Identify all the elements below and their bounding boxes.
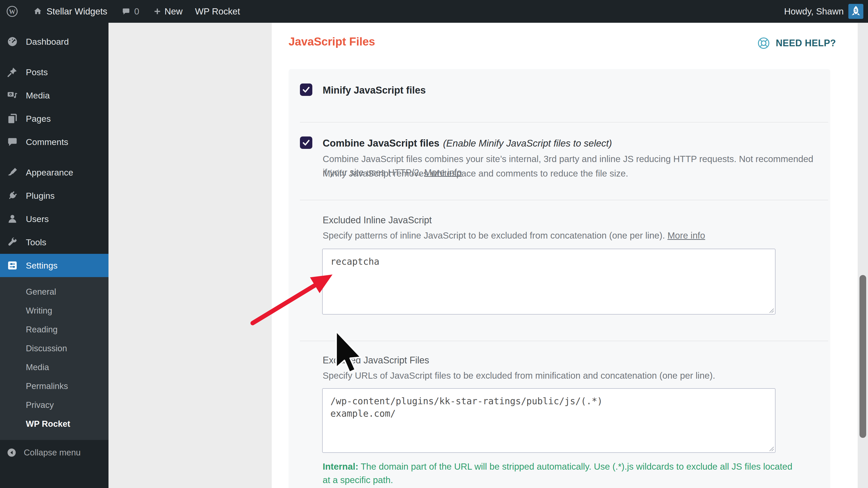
submenu-item-discussion[interactable]: Discussion [0, 339, 108, 358]
submenu-item-media[interactable]: Media [0, 358, 108, 377]
submenu-item-permalinks[interactable]: Permalinks [0, 377, 108, 396]
sidebar-item-users[interactable]: Users [0, 207, 108, 231]
checkmark-icon [302, 85, 311, 94]
excluded-inline-js-label: Excluded Inline JavaScript [323, 215, 432, 226]
excluded-inline-js-field-wrap: recaptcha [322, 249, 776, 315]
svg-text:S: S [855, 8, 858, 13]
inline-more-info-link[interactable]: More info [668, 230, 705, 240]
sidebar-label: Media [26, 90, 50, 101]
combine-js-checkbox[interactable] [300, 137, 312, 149]
user-icon [7, 213, 18, 225]
page-scrollbar[interactable] [858, 23, 868, 488]
sidebar-label: Plugins [26, 191, 55, 201]
excluded-inline-js-description: Specify patterns of inline JavaScript to… [323, 229, 705, 242]
collapse-menu-button[interactable]: Collapse menu [0, 442, 108, 463]
comments-count: 0 [134, 6, 139, 17]
checkmark-icon [302, 138, 311, 147]
internal-note-prefix: Internal: [323, 461, 358, 471]
settings-icon [7, 260, 18, 271]
dashboard-icon [7, 36, 18, 47]
sidebar-label: Posts [26, 67, 48, 77]
combine-js-hint: (Enable Minify JavaScript files to selec… [443, 138, 612, 149]
section-divider [300, 122, 828, 122]
resize-handle-icon[interactable] [768, 446, 774, 452]
sidebar-item-plugins[interactable]: Plugins [0, 184, 108, 207]
content-background: JavaScript Files NEED HELP? Mini [108, 23, 868, 488]
sidebar-item-dashboard[interactable]: Dashboard [0, 30, 108, 53]
excluded-js-files-textarea[interactable]: /wp-content/plugins/kk-star-ratings/publ… [322, 388, 776, 453]
settings-panel: JavaScript Files NEED HELP? Mini [272, 23, 858, 488]
plus-icon [153, 7, 161, 16]
svg-text:W: W [9, 8, 16, 15]
need-help-label: NEED HELP? [776, 38, 836, 49]
settings-submenu: General Writing Reading Discussion Media… [0, 277, 108, 440]
scrollbar-thumb[interactable] [860, 275, 866, 438]
account-menu[interactable]: Howdy, Shawn S [784, 4, 863, 19]
page-title: JavaScript Files [288, 35, 375, 48]
wrench-icon [7, 236, 18, 248]
comments-icon [7, 136, 18, 148]
sidebar-label: Dashboard [26, 37, 69, 47]
excluded-inline-js-textarea[interactable]: recaptcha [322, 249, 776, 315]
sidebar-item-pages[interactable]: Pages [0, 107, 108, 130]
wp-rocket-toolbar-menu[interactable]: WP Rocket [195, 6, 240, 17]
admin-sidebar: Dashboard Posts Media [0, 23, 108, 488]
avatar: S [848, 4, 863, 19]
javascript-files-card: Minify JavaScript files Minify JavaScrip… [288, 69, 830, 488]
sidebar-item-appearance[interactable]: Appearance [0, 161, 108, 184]
admin-bar: W Stellar Widgets 0 New WP Rocket Howdy,… [0, 0, 868, 23]
wordpress-logo-icon: W [6, 5, 19, 18]
collapse-arrow-icon [7, 448, 17, 458]
sidebar-item-posts[interactable]: Posts [0, 60, 108, 84]
submenu-item-privacy[interactable]: Privacy [0, 396, 108, 414]
comments-menu[interactable]: 0 [122, 6, 139, 17]
section-divider [300, 200, 828, 200]
wordpress-admin: W Stellar Widgets 0 New WP Rocket Howdy,… [0, 0, 868, 488]
internal-note: Internal: The domain part of the URL wil… [323, 460, 796, 487]
sidebar-item-media[interactable]: Media [0, 84, 108, 107]
resize-handle-icon[interactable] [768, 307, 774, 313]
minify-js-label: Minify JavaScript files [323, 85, 426, 96]
submenu-item-reading[interactable]: Reading [0, 320, 108, 339]
pages-icon [7, 113, 18, 124]
pushpin-icon [7, 66, 18, 78]
comment-bubble-icon [122, 7, 130, 16]
site-name: Stellar Widgets [46, 6, 107, 17]
howdy-text: Howdy, Shawn [784, 6, 844, 17]
plug-icon [7, 190, 18, 201]
sidebar-label: Comments [26, 137, 68, 147]
sidebar-label: Users [26, 214, 49, 224]
sidebar-label: Tools [26, 237, 46, 247]
submenu-item-general[interactable]: General [0, 282, 108, 301]
site-name-menu[interactable]: Stellar Widgets [33, 6, 107, 17]
combine-js-label: Combine JavaScript files [323, 138, 439, 149]
paintbrush-icon [7, 167, 18, 178]
new-content-menu[interactable]: New [153, 6, 183, 17]
wp-rocket-toolbar-label: WP Rocket [195, 6, 240, 17]
sidebar-label: Pages [26, 114, 51, 124]
sidebar-label: Settings [26, 261, 58, 270]
sidebar-item-tools[interactable]: Tools [0, 231, 108, 254]
menu-separator [0, 153, 108, 161]
combine-js-description: Combine JavaScript files combines your s… [323, 152, 813, 179]
excluded-js-files-field-wrap: /wp-content/plugins/kk-star-ratings/publ… [322, 388, 776, 453]
home-icon [33, 7, 42, 16]
minify-js-checkbox[interactable] [300, 84, 312, 96]
new-label: New [164, 6, 183, 17]
need-help-link[interactable]: NEED HELP? [757, 36, 836, 50]
collapse-menu-label: Collapse menu [24, 448, 81, 458]
section-divider [300, 341, 828, 341]
excluded-js-files-description: Specify URLs of JavaScript files to be e… [323, 369, 715, 382]
sidebar-item-settings[interactable]: Settings [0, 254, 108, 277]
wordpress-logo-menu[interactable]: W [6, 5, 19, 18]
sidebar-label: Appearance [26, 168, 73, 178]
sidebar-item-comments[interactable]: Comments [0, 130, 108, 153]
menu-separator [0, 53, 108, 60]
combine-more-info-link[interactable]: More info [424, 167, 462, 177]
lifebuoy-icon [757, 36, 771, 50]
media-icon [7, 90, 18, 101]
excluded-js-files-label: Excluded JavaScript Files [323, 355, 429, 366]
submenu-item-wp-rocket[interactable]: WP Rocket [0, 414, 108, 433]
submenu-item-writing[interactable]: Writing [0, 301, 108, 320]
